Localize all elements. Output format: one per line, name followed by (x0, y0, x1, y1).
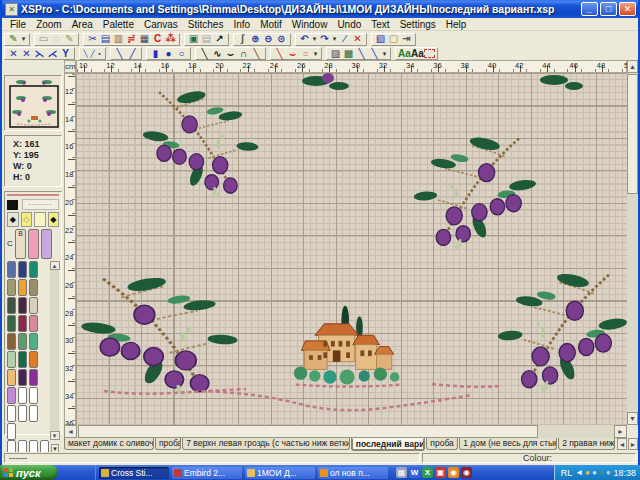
redo-icon[interactable]: ↷ (318, 33, 331, 45)
blue-line-icon[interactable]: ╲ (355, 48, 368, 60)
rect-select-icon[interactable]: ▭ (37, 33, 50, 45)
palette-swatch[interactable] (18, 315, 27, 332)
pencil-dropdown-icon[interactable]: ▾ (20, 33, 27, 45)
tray-icon-2[interactable]: ● (592, 468, 597, 478)
tab-scroll-right-icon[interactable]: ► (628, 438, 638, 450)
horizontal-scroll-thumb[interactable] (78, 425, 538, 438)
black-color-swatch[interactable] (7, 200, 18, 210)
word-icon[interactable]: W (409, 467, 420, 478)
half-stitch-icon[interactable]: ╲ (113, 48, 126, 60)
horizontal-scrollbar[interactable]: ◄ ► (64, 425, 627, 438)
palette-swatch[interactable] (7, 261, 16, 278)
half-stitch-2-icon[interactable]: ╱ (126, 48, 139, 60)
palette-swatch[interactable] (29, 387, 38, 404)
zoom-fit-icon[interactable]: ⊙ (275, 33, 288, 45)
palette-scrollbar[interactable]: ▲ ▼ (50, 261, 59, 440)
tray-icon-1[interactable]: ● (585, 468, 590, 478)
zoom-out-icon[interactable]: ⊖ (262, 33, 275, 45)
menu-area[interactable]: Area (67, 19, 98, 30)
palette-swatch[interactable] (29, 297, 38, 314)
palette-swatch[interactable] (18, 405, 27, 422)
stamp-icon[interactable]: ▦ (138, 33, 151, 45)
mirror-icon[interactable]: ≓ (125, 33, 138, 45)
design-canvas[interactable] (76, 73, 627, 425)
menu-text[interactable]: Text (366, 19, 394, 30)
document-tab[interactable]: 7 верхн левая гроздь (с частью ниж ветки… (182, 438, 350, 450)
full-cross-stitch-icon[interactable]: ✕ (7, 48, 20, 60)
fabric-color-icon[interactable]: ▩ (342, 48, 355, 60)
blue-line-2-icon[interactable]: ╲ (368, 48, 381, 60)
palette-swatch[interactable] (7, 297, 16, 314)
taskbar-task-button[interactable]: Embird 2... (172, 467, 242, 479)
new-doc-icon[interactable]: ▢ (387, 33, 400, 45)
palette-swatch[interactable] (7, 369, 16, 386)
selection-marquee-icon[interactable] (424, 49, 435, 58)
menu-settings[interactable]: Settings (395, 19, 441, 30)
zoom-in-icon[interactable]: ⊕ (249, 33, 262, 45)
palette-swatch[interactable] (7, 405, 16, 422)
palette-swatch[interactable] (7, 333, 16, 350)
menu-zoom[interactable]: Zoom (31, 19, 67, 30)
menu-undo[interactable]: Undo (332, 19, 366, 30)
pattern-preview[interactable] (4, 75, 62, 131)
document-tab[interactable]: проба 2 (426, 438, 458, 450)
palette-swatch[interactable] (7, 315, 16, 332)
red-dropdown-icon[interactable]: ▾ (312, 48, 319, 60)
excel-icon[interactable]: X (422, 467, 433, 478)
menu-palette[interactable]: Palette (98, 19, 139, 30)
blend-bar-b[interactable]: B (15, 229, 26, 259)
double-cross-stitch-icon[interactable]: ✕ (20, 48, 33, 60)
draw-line-icon[interactable]: ∕ (338, 33, 351, 45)
backstitch-curve-icon[interactable]: ∿ (211, 48, 224, 60)
palette-scroll-down-icon[interactable]: ▼ (50, 431, 60, 440)
yellow-black-diamond-swatch[interactable]: ◆ (48, 212, 60, 227)
red-arc-icon[interactable]: ⌣ (286, 48, 299, 60)
vertical-scroll-thumb[interactable] (627, 74, 638, 194)
bar-stitch-icon[interactable]: ▮ (149, 48, 162, 60)
palette-swatch[interactable] (29, 369, 38, 386)
motif-library-icon[interactable]: ▣ (187, 33, 200, 45)
backstitch-icon[interactable]: ╲ (198, 48, 211, 60)
palette-swatch[interactable] (29, 261, 38, 278)
maximize-button[interactable]: □ (600, 2, 617, 16)
quarter-stitch-2-icon[interactable]: ╱ (89, 48, 96, 60)
redo-dropdown-icon[interactable]: ▾ (331, 33, 338, 45)
save-icon[interactable]: ▧ (374, 33, 387, 45)
app-icon-4[interactable]: ◉ (461, 467, 472, 478)
quarter-stitch-icon[interactable]: ╲ (82, 48, 89, 60)
palette-swatch[interactable] (18, 351, 27, 368)
palette-swatch[interactable] (29, 405, 38, 422)
palette-swatch[interactable] (18, 279, 27, 296)
red-backstitch-icon[interactable]: ╲ (273, 48, 286, 60)
language-indicator[interactable]: RL (561, 468, 573, 478)
line-dropdown-icon[interactable]: ▾ (381, 48, 388, 60)
tray-chevron-icon[interactable]: ◄ (575, 468, 583, 478)
document-tab[interactable]: 1 дом (не весь для стыковки) (459, 438, 557, 450)
close-button[interactable]: ✕ (619, 2, 636, 16)
tab-scroll-left-icon[interactable]: ◄ (617, 438, 627, 450)
fabric-icon[interactable]: ▨ (329, 48, 342, 60)
blend-bar-pink[interactable] (28, 229, 39, 259)
freehand-select-icon[interactable]: ✎ (63, 33, 76, 45)
palette-swatch[interactable] (29, 351, 38, 368)
delete-icon[interactable]: ✕ (351, 33, 364, 45)
pencil-tool-icon[interactable]: ✎ (7, 33, 20, 45)
palette-swatch[interactable] (18, 261, 27, 278)
taskbar-task-button[interactable]: Cross Sti... (99, 467, 169, 479)
long-stitch-icon[interactable]: ╲ (250, 48, 263, 60)
lasso-select-icon[interactable]: ◌ (50, 33, 63, 45)
blend-bar-lilac[interactable] (41, 229, 52, 259)
title-bar[interactable]: ✕ XSPro - C:\Documents and Settings\Rimm… (2, 0, 638, 18)
y-stitch-icon[interactable]: Y (59, 48, 72, 60)
palette-swatch[interactable] (29, 279, 38, 296)
scroll-left-icon[interactable]: ◄ (64, 425, 77, 438)
text-green-icon[interactable]: Aa (398, 48, 411, 60)
text-black-icon[interactable]: Aa (411, 48, 424, 60)
yellow-diamond-outline-swatch[interactable]: ◇ (21, 212, 33, 227)
palette-swatch[interactable] (18, 333, 27, 350)
palette-scroll-up-icon[interactable]: ▲ (50, 261, 60, 270)
three-quarter-stitch-2-icon[interactable]: ⋌ (46, 48, 59, 60)
tray-icon-3[interactable]: ● (599, 468, 604, 478)
scroll-down-icon[interactable]: ▼ (627, 412, 638, 425)
document-tab[interactable]: проба (155, 438, 181, 450)
